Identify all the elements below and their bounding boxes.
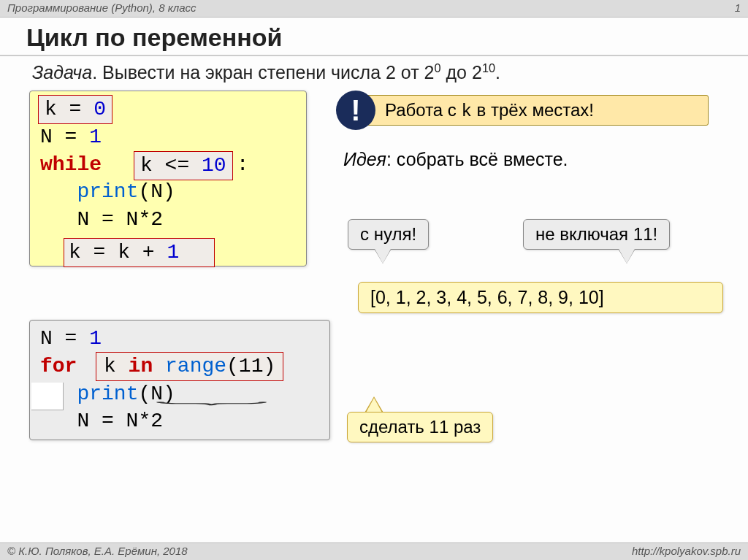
task-text-before: . Вывести на экран степени числа 2 от 2: [92, 62, 434, 83]
code2-l1a: N =: [40, 327, 89, 350]
note-after: в трёх местах!: [472, 100, 594, 120]
footer-copyright: © К.Ю. Поляков, Е.А. Ерёмин, 2018: [7, 545, 188, 560]
task-label: Задача: [32, 62, 92, 83]
idea-label: Идея: [343, 149, 386, 169]
note-callout: Работа с k в трёх местах!: [365, 95, 709, 126]
slide-title: Цикл по переменной: [26, 23, 748, 52]
title-underline: [0, 55, 748, 56]
footer-bar: © К.Ю. Поляков, Е.А. Ерёмин, 2018 http:/…: [0, 542, 748, 560]
callout-from-zero: с нуля!: [348, 219, 429, 250]
highlight-k-zero: k = 0: [38, 95, 112, 124]
task-exp2: 10: [482, 61, 495, 74]
task-exp1: 0: [435, 61, 441, 74]
highlight-for-range: k in range(11): [96, 352, 283, 381]
callout-tail-excl: [618, 248, 636, 264]
code-l4a: [40, 180, 77, 203]
callout-do-11-times: сделать 11 раз: [347, 412, 493, 442]
code2-for: for: [40, 355, 77, 377]
highlight-condition: k <= 10: [134, 151, 233, 180]
note-code: k: [462, 101, 472, 121]
code2-l4: N = N*2: [40, 410, 163, 432]
task-text-after: .: [495, 62, 500, 83]
page-number: 1: [735, 1, 741, 17]
task-text-mid: до 2: [441, 62, 482, 83]
footer-url: http://kpolyakov.spb.ru: [632, 545, 741, 560]
code-l4c: (N): [138, 180, 175, 203]
code2-l1b: 1: [89, 327, 102, 350]
idea-line: Идея: собрать всё вместе.: [343, 149, 568, 170]
callout-tail-zero: [374, 248, 392, 264]
task-line: Задача. Вывести на экран степени числа 2…: [32, 62, 736, 83]
content-area: N = 1 while : print(N) N = N*2 k = 0 k <…: [0, 91, 748, 529]
header-bar: Программирование (Python), 8 класс 1: [0, 0, 748, 18]
white-patch: [31, 383, 64, 410]
callout-excluding-11: не включая 11!: [523, 219, 670, 250]
callout-sequence: [0, 1, 2, 3, 4, 5, 6, 7, 8, 9, 10]: [358, 282, 723, 313]
code-l5: N = N*2: [40, 208, 163, 231]
code-l2b: 1: [89, 126, 102, 148]
code-l2a: N =: [40, 126, 89, 148]
highlight-increment: k = k + 1: [64, 238, 215, 267]
code-while: while: [40, 153, 114, 176]
header-left: Программирование (Python), 8 класс: [7, 1, 196, 17]
code2-print: print: [77, 383, 138, 405]
brace-icon: ⏟: [156, 386, 267, 407]
idea-text: : собрать всё вместе.: [386, 149, 568, 169]
note-before: Работа с: [385, 100, 462, 120]
exclamation-icon: !: [336, 91, 375, 130]
code-print1: print: [77, 180, 138, 203]
